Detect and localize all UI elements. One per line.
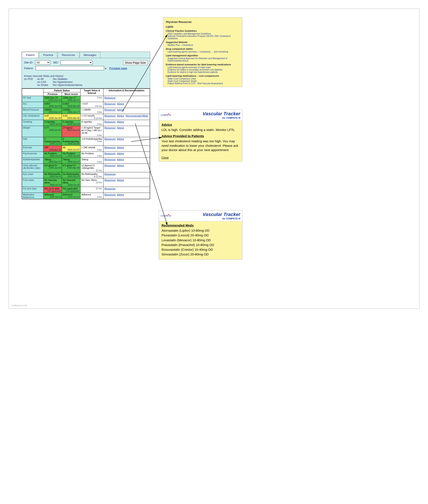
resource-link[interactable]: Lipid-lowering agents summary – comparis… [167, 50, 239, 53]
patient-status-table: Patient Status Target Value & Interval I… [22, 88, 150, 199]
tab-practice[interactable]: Practice [39, 52, 57, 58]
resource-link[interactable]: National Cholesterol Education Program (… [167, 35, 239, 40]
tab-messages[interactable]: Messages [80, 52, 100, 58]
info-link[interactable]: Advice [117, 158, 124, 161]
row-label: Diet [22, 137, 43, 146]
status-cell: 0 cigs/day2005-Oct-25 [62, 120, 80, 126]
row-label: Flu shot date [22, 187, 43, 193]
resources-subheading: Drug comparison tables [166, 48, 239, 50]
info-link[interactable]: Advice [117, 138, 124, 140]
table-row: Exercise2002005-Apr-28452005-Oct-25> 240… [22, 146, 150, 152]
info-link[interactable]: Resources [104, 173, 116, 175]
info-cell: Resources Advice [103, 137, 150, 146]
resources-subheading: Lipid management algorithm [166, 54, 239, 57]
target-cell: <2.8g/mol Cr <30mg/24hr12 mo. [80, 164, 103, 172]
row-label: Foot exam [22, 178, 43, 187]
table-row: A1c0.0572006-Jan-090.0532006-Mar-08< 0.0… [22, 102, 150, 108]
info-link[interactable]: Resources [104, 158, 116, 161]
info-link[interactable]: Resources [104, 126, 116, 129]
resource-link[interactable]: Medline Plus – Cholesterol [167, 44, 239, 46]
info-link[interactable]: Advice [117, 152, 124, 155]
info-cell: Resources Advice [103, 178, 150, 187]
resource-link[interactable]: 2003 Canadian Lipid Management Guideline… [167, 33, 239, 35]
site-id-select[interactable]: 02 [35, 60, 50, 65]
info-link[interactable]: Resources [104, 102, 116, 105]
compete-logo: COMPETE [161, 114, 171, 116]
info-link[interactable]: Advice [117, 179, 124, 181]
status-cell: 27 kg/m22005-Dec-13 [62, 126, 80, 137]
info-link[interactable]: Resources [104, 138, 116, 140]
resource-link[interactable]: Evidence for statins in high risk hypert… [167, 71, 239, 73]
resource-link[interactable]: Suggested Clinical Approach for Detectio… [167, 57, 239, 62]
info-link[interactable]: Advice [117, 164, 124, 167]
info-link[interactable]: Resources [104, 108, 116, 111]
table-row: Eye examNo Retinopathy2005-Jul-14No Reti… [22, 172, 150, 178]
risks-history: Known Vascular Risks and History: no PVD… [22, 74, 150, 88]
info-link[interactable]: Resources [104, 179, 116, 181]
table-row: Smoking0 cigs/day2005-Jul-140 cigs/day20… [22, 120, 150, 126]
info-link[interactable]: Recommended Meds [125, 115, 148, 117]
info-cell: Resources Advice [103, 146, 150, 152]
table-row: Medication AdherenceAdherent2005-Jul-14A… [22, 193, 150, 199]
info-link[interactable]: Resources [104, 115, 116, 117]
th-previous: Previous [43, 92, 62, 96]
status-cell: Not up-to-dateNot applicable [43, 187, 62, 193]
status-cell: 4.072006-Jan-09 [43, 114, 62, 120]
info-link[interactable]: Resources [104, 96, 116, 99]
compete-logo: COMPETE [161, 215, 171, 217]
tab-bar: Patient Practice Resources Messages [22, 52, 150, 58]
status-cell: 0.0572006-Jan-09 [43, 102, 62, 108]
advice-patients-heading: Advice Provided to Patients [162, 134, 239, 138]
resource-link[interactable]: Statin Cost Comparison Chart [167, 78, 239, 80]
md-select[interactable] [60, 60, 92, 65]
resource-link[interactable]: Statin Cost Comparison Graph [167, 80, 239, 82]
status-cell: 130/602006-Jan-17 [62, 108, 80, 114]
th-recent: Most recent [62, 92, 80, 96]
tab-patient[interactable]: Patient [22, 52, 39, 58]
status-cell: No Problem2005-Jul-14 [43, 152, 62, 158]
status-cell: Taking2005-Dec-13 [43, 158, 62, 164]
status-cell: Adherent☺ 2005-Oct-25 [62, 193, 80, 199]
target-cell: No Vasc. Abns.12 mo. [80, 178, 103, 187]
info-link[interactable]: Resources [104, 193, 116, 196]
table-row: Diet5 fruits&vegs/day2005-Jul-145 fruits… [22, 137, 150, 146]
table-row: Flu shot dateNot up-to-dateNot applicabl… [22, 187, 150, 193]
info-link[interactable]: Advice [117, 108, 124, 111]
target-cell: < 0.073-6 mo. [80, 102, 103, 108]
info-link[interactable]: Advice [117, 115, 124, 117]
info-link[interactable]: Resources [104, 187, 116, 190]
resource-link[interactable]: Evidence for statins in secondary preven… [167, 69, 239, 71]
resource-link[interactable]: Patient Referral Form to CCC - Brief Vas… [167, 82, 239, 85]
target-cell: No Retinopathy6-12 mo. [80, 172, 103, 178]
target-cell: < 2.5 mmol/L6-12 mo. [80, 114, 103, 120]
resources-subheading: Clinical Practice Guidelines [166, 30, 239, 32]
status-cell: 0.772005-Oct-25 [43, 126, 62, 137]
advice-text: LDL is high. Consider adding a statin. M… [162, 128, 239, 132]
target-cell: No Problem3 mo. [80, 152, 103, 158]
close-link[interactable]: Close [162, 156, 169, 159]
printable-page-link[interactable]: Printable page [109, 67, 127, 70]
info-cell: Resources [103, 96, 150, 102]
resource-link[interactable]: Lipid-lowering agents summary of major t… [167, 66, 239, 69]
tracker-subtitle: for COMPETE III [203, 217, 240, 220]
watermark: cod4source.com [11, 304, 27, 307]
info-link[interactable]: Advice [117, 146, 124, 149]
info-link[interactable]: Advice [117, 193, 124, 196]
status-cell: No Retinopathy2005-Oct-25 [62, 172, 80, 178]
info-link[interactable]: Resources [104, 120, 116, 123]
patient-input[interactable] [36, 66, 104, 70]
show-page-size-button[interactable]: Show Page Size [123, 60, 148, 65]
tracker-subtitle: for COMPETE III [203, 116, 240, 119]
row-label: Weight [22, 126, 43, 137]
info-link[interactable]: Resources [104, 164, 116, 167]
info-link[interactable]: Advice [117, 120, 124, 123]
info-link[interactable]: Resources [104, 146, 116, 149]
info-link[interactable]: Resources [104, 152, 116, 155]
target-cell: 12 mo. [80, 187, 103, 193]
info-link[interactable]: Advice [117, 126, 124, 129]
table-row: LDL-cholesterol4.072006-Jan-093.532006-M… [22, 114, 150, 120]
tab-resources[interactable]: Resources [58, 52, 79, 58]
info-link[interactable]: Advice [117, 102, 124, 105]
risks-heading: Known Vascular Risks and History: [24, 74, 64, 78]
status-cell: 2002005-Apr-28 [43, 146, 62, 152]
